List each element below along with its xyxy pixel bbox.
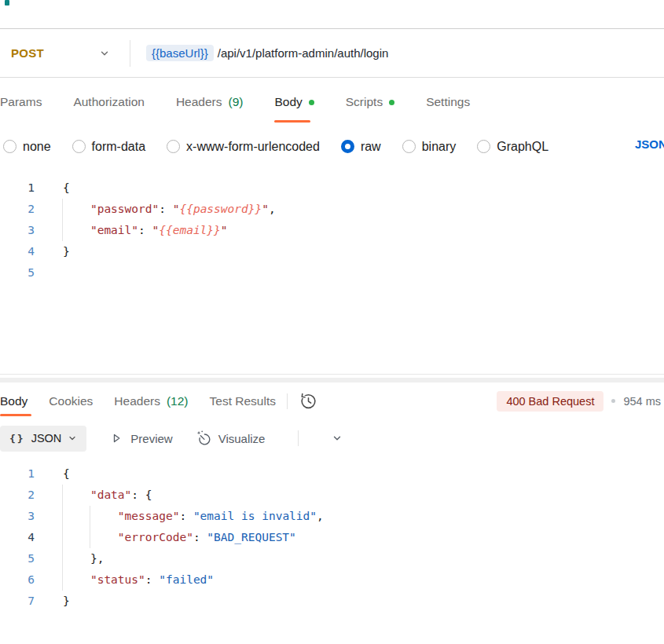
line-number: 4 xyxy=(0,527,35,548)
radio-label: none xyxy=(23,140,51,154)
code-text: "data": { xyxy=(63,485,152,506)
tab-body[interactable]: Body xyxy=(274,78,314,126)
code-line: 3 "message": "email is invalid", xyxy=(0,506,664,527)
tab-label: Body xyxy=(274,95,302,109)
chevron-down-icon xyxy=(68,434,77,443)
response-body-viewer[interactable]: 1{2 "data": {3 "message": "email is inva… xyxy=(0,457,664,644)
code-text: "email": "{{email}}" xyxy=(63,220,228,241)
chevron-down-icon[interactable] xyxy=(332,433,343,444)
tab-authorization[interactable]: Authorization xyxy=(73,78,144,126)
response-toolbar: {} JSON Preview Visualize xyxy=(0,419,664,457)
radio-label: binary xyxy=(422,140,457,154)
chevron-down-icon xyxy=(99,48,110,59)
body-type-selector: noneform-datax-www-form-urlencodedrawbin… xyxy=(0,126,664,166)
response-tabs: BodyCookiesHeaders(12)Test Results xyxy=(0,382,276,419)
body-type-none[interactable]: none xyxy=(3,140,51,154)
response-tab-cookies[interactable]: Cookies xyxy=(49,382,93,419)
tab-settings[interactable]: Settings xyxy=(426,78,470,126)
code-line: 4} xyxy=(0,241,664,262)
divider xyxy=(287,393,288,409)
code-text: } xyxy=(63,241,70,262)
response-tab-test-results[interactable]: Test Results xyxy=(210,382,276,419)
visualize-label: Visualize xyxy=(218,432,266,445)
body-type-form-data[interactable]: form-data xyxy=(72,140,145,154)
line-number: 5 xyxy=(0,262,35,284)
method-label: POST xyxy=(11,46,44,60)
code-line: 3 "email": "{{email}}" xyxy=(0,220,664,241)
radio-button-icon xyxy=(402,140,416,153)
radio-label: GraphQL xyxy=(497,140,548,154)
radio-button-icon xyxy=(72,140,86,153)
green-dot-icon xyxy=(389,100,394,105)
tab-label: Cookies xyxy=(49,394,93,408)
tab-label: Headers xyxy=(114,394,160,408)
divider xyxy=(298,430,299,446)
code-line: 2 "password": "{{password}}", xyxy=(0,199,664,220)
tab-label: Params xyxy=(0,95,42,109)
tab-label: Settings xyxy=(426,95,470,109)
code-line: 4 "errorCode": "BAD_REQUEST" xyxy=(0,527,664,548)
code-line: 1{ xyxy=(0,463,664,485)
line-number: 6 xyxy=(0,569,35,591)
code-line: 7} xyxy=(0,591,664,612)
code-text: "password": "{{password}}", xyxy=(63,199,276,220)
code-text: { xyxy=(63,177,70,199)
tab-label: Headers xyxy=(176,95,222,109)
line-number: 1 xyxy=(0,463,35,485)
code-line: 6 "status": "failed" xyxy=(0,569,664,591)
radio-button-icon xyxy=(3,140,17,153)
language-selector[interactable]: JSON xyxy=(635,137,664,151)
request-body-editor[interactable]: 1{2 "password": "{{password}}",3 "email"… xyxy=(0,166,664,374)
line-number: 4 xyxy=(0,241,35,262)
visualize-button[interactable]: Visualize xyxy=(195,430,266,447)
tab-count-badge: (12) xyxy=(167,394,189,408)
request-tabs: ParamsAuthorizationHeaders(9)BodyScripts… xyxy=(0,78,664,126)
code-text: { xyxy=(63,463,70,485)
body-type-x-www-form-urlencoded[interactable]: x-www-form-urlencoded xyxy=(167,140,320,154)
green-dot-icon xyxy=(309,100,314,105)
response-tab-body[interactable]: Body xyxy=(0,382,28,419)
tab-label: Body xyxy=(0,394,28,408)
corner-accent xyxy=(5,0,9,5)
separator-dot xyxy=(611,399,615,403)
magic-wand-icon xyxy=(195,430,212,447)
radio-label: raw xyxy=(361,140,381,154)
status-badge[interactable]: 400 Bad Request xyxy=(497,391,603,412)
format-label: JSON xyxy=(31,432,62,445)
preview-button[interactable]: Preview xyxy=(108,430,172,446)
radio-label: form-data xyxy=(92,140,145,154)
request-url-bar: POST {{baseUrl}} /api/v1/platform-admin/… xyxy=(0,29,664,78)
response-meta: 400 Bad Request 954 ms xyxy=(497,391,664,412)
radio-button-icon xyxy=(341,140,354,153)
code-line: 2 "data": { xyxy=(0,485,664,506)
response-tab-headers[interactable]: Headers(12) xyxy=(114,382,188,419)
history-icon[interactable] xyxy=(299,391,318,411)
body-type-binary[interactable]: binary xyxy=(402,140,457,154)
url-input[interactable]: {{baseUrl}} /api/v1/platform-admin/auth/… xyxy=(130,45,664,61)
tab-label: Scripts xyxy=(346,95,383,109)
window-top-strip xyxy=(0,0,664,29)
code-text: "errorCode": "BAD_REQUEST" xyxy=(63,527,296,548)
tab-label: Test Results xyxy=(210,394,276,408)
code-line: 5 xyxy=(0,262,664,284)
radio-button-icon xyxy=(167,140,180,153)
radio-button-icon xyxy=(477,140,490,153)
format-selector[interactable]: {} JSON xyxy=(0,426,86,452)
body-type-graphql[interactable]: GraphQL xyxy=(477,140,548,154)
preview-label: Preview xyxy=(130,432,172,445)
tab-scripts[interactable]: Scripts xyxy=(346,78,394,126)
line-number: 2 xyxy=(0,199,35,220)
url-variable-chip[interactable]: {{baseUrl}} xyxy=(146,45,214,61)
response-header: BodyCookiesHeaders(12)Test Results 400 B… xyxy=(0,382,664,419)
code-text: } xyxy=(63,591,70,612)
code-line: 1{ xyxy=(0,177,664,199)
line-number: 3 xyxy=(0,506,35,527)
body-type-raw[interactable]: raw xyxy=(341,140,381,154)
method-selector[interactable]: POST xyxy=(0,29,130,77)
url-path: /api/v1/platform-admin/auth/login xyxy=(218,46,389,60)
line-number: 1 xyxy=(0,177,35,199)
code-text: "status": "failed" xyxy=(63,569,214,591)
tab-headers[interactable]: Headers(9) xyxy=(176,78,244,126)
braces-icon: {} xyxy=(9,433,25,445)
tab-params[interactable]: Params xyxy=(0,78,42,126)
